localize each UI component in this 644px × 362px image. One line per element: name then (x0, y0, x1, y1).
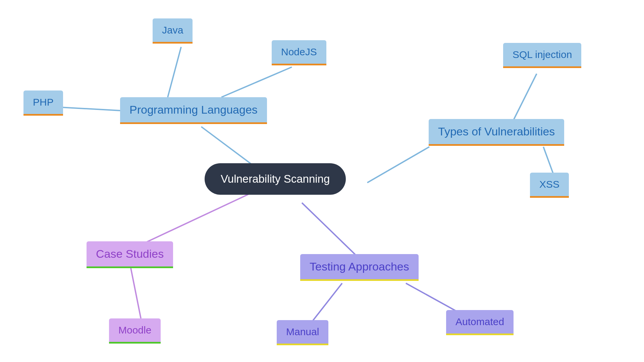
node-nodejs[interactable]: NodeJS (272, 40, 326, 65)
svg-line-5 (168, 47, 181, 97)
node-manual[interactable]: Manual (277, 320, 328, 345)
svg-line-6 (221, 67, 292, 97)
svg-line-3 (141, 194, 248, 245)
svg-line-0 (201, 127, 258, 169)
node-testing-approaches[interactable]: Testing Approaches (300, 254, 419, 281)
node-programming-languages[interactable]: Programming Languages (120, 97, 267, 124)
node-case-studies[interactable]: Case Studies (87, 241, 173, 268)
svg-line-2 (302, 203, 359, 258)
node-java[interactable]: Java (153, 18, 193, 44)
node-types-of-vulnerabilities[interactable]: Types of Vulnerabilities (429, 119, 564, 146)
svg-line-9 (312, 283, 342, 322)
node-automated[interactable]: Automated (446, 310, 514, 335)
svg-line-4 (60, 107, 121, 111)
node-php[interactable]: PHP (23, 90, 63, 116)
node-xss[interactable]: XSS (530, 173, 569, 198)
node-moodle[interactable]: Moodle (109, 318, 161, 344)
svg-line-11 (131, 268, 141, 318)
svg-line-1 (367, 147, 429, 183)
center-node-vulnerability-scanning[interactable]: Vulnerability Scanning (205, 163, 346, 195)
svg-line-8 (543, 147, 553, 174)
svg-line-7 (513, 74, 537, 121)
node-sql-injection[interactable]: SQL injection (503, 43, 581, 68)
